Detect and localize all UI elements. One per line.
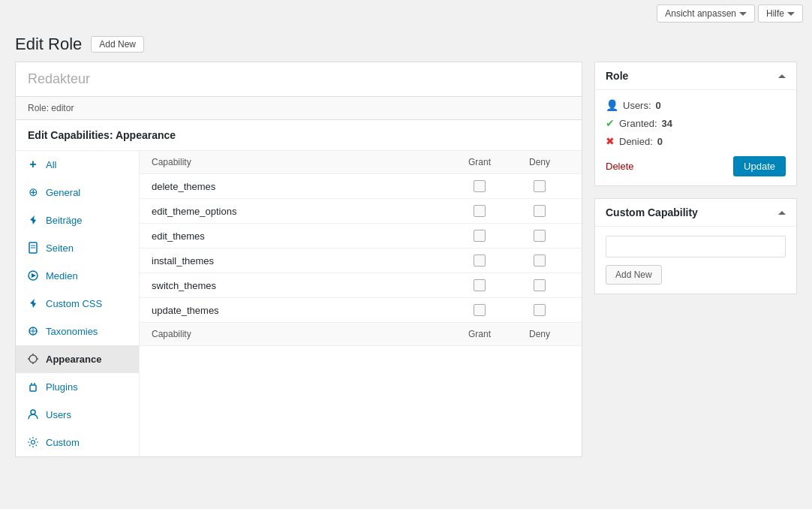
custom-cap-collapse-icon bbox=[778, 211, 786, 215]
table-row: edit_themes bbox=[140, 224, 582, 248]
wp-icon: ⊕ bbox=[26, 185, 40, 199]
table-row: update_themes bbox=[140, 298, 582, 323]
table-row: edit_theme_options bbox=[140, 199, 582, 224]
sidebar-item-label-custom: Custom bbox=[46, 437, 80, 448]
sidebar-item-label-general: General bbox=[46, 187, 80, 198]
col-deny-header: Deny bbox=[510, 157, 570, 167]
add-new-cap-button[interactable]: Add New bbox=[606, 265, 662, 285]
grant-checkbox[interactable] bbox=[474, 254, 486, 267]
grant-cell bbox=[450, 304, 510, 316]
col-capability-header: Capability bbox=[152, 157, 450, 167]
table-row: install_themes bbox=[140, 248, 582, 273]
sidebar-item-custom[interactable]: Custom bbox=[16, 429, 139, 456]
hilfe-chevron-icon bbox=[787, 12, 795, 16]
pin-icon bbox=[26, 213, 40, 227]
sidebar-item-medien[interactable]: Medien bbox=[16, 262, 139, 290]
svg-point-8 bbox=[29, 355, 37, 363]
cap-table: Capability Grant Deny delete_themesedit_… bbox=[140, 151, 582, 456]
page-header: Edit Role Add New bbox=[0, 27, 812, 62]
users-count: 0 bbox=[656, 100, 661, 111]
sidebar-item-all[interactable]: +All bbox=[16, 151, 139, 179]
deny-checkbox[interactable] bbox=[534, 254, 546, 267]
deny-cell bbox=[510, 304, 570, 316]
col-deny-footer: Deny bbox=[510, 329, 570, 339]
grant-checkbox[interactable] bbox=[474, 279, 486, 291]
top-bar: Ansicht anpassen Hilfe bbox=[0, 0, 812, 27]
capabilities-panel: Edit Capabilities: Appearance +All⊕Gener… bbox=[15, 120, 582, 457]
role-meta-collapse-icon bbox=[778, 74, 786, 78]
deny-checkbox[interactable] bbox=[534, 180, 546, 192]
sidebar-item-custom-css[interactable]: Custom CSS bbox=[16, 290, 139, 318]
sidebar-item-label-all: All bbox=[46, 159, 56, 170]
left-panel: Role: editor Edit Capabilities: Appearan… bbox=[15, 62, 582, 457]
deny-cell bbox=[510, 254, 570, 267]
deny-cell bbox=[510, 230, 570, 242]
hilfe-button[interactable]: Hilfe bbox=[758, 5, 803, 23]
cap-table-footer: Capability Grant Deny bbox=[140, 323, 582, 346]
col-grant-header: Grant bbox=[450, 157, 510, 167]
grant-cell bbox=[450, 254, 510, 267]
grant-cell bbox=[450, 230, 510, 242]
role-meta-header[interactable]: Role bbox=[595, 62, 796, 90]
delete-update-row: Delete Update bbox=[606, 156, 786, 176]
ansicht-chevron-icon bbox=[739, 12, 747, 16]
capabilities-heading: Edit Capabilities: Appearance bbox=[16, 120, 582, 151]
gear-icon bbox=[26, 435, 40, 449]
role-meta-body: 👤 Users: 0 ✔ Granted: 34 ✖ Denied: 0 Del… bbox=[595, 90, 796, 185]
delete-link[interactable]: Delete bbox=[606, 161, 634, 172]
granted-count: 34 bbox=[662, 118, 672, 129]
sidebar-item-label-taxonomies: Taxonomies bbox=[46, 326, 98, 337]
add-new-button[interactable]: Add New bbox=[91, 36, 144, 53]
custom-cap-body: Add New bbox=[595, 227, 796, 294]
cap-table-header: Capability Grant Deny bbox=[140, 151, 582, 174]
right-panel: Role 👤 Users: 0 ✔ Granted: 34 ✖ Denied: … bbox=[594, 62, 797, 457]
sidebar-item-label-appearance: Appearance bbox=[46, 354, 101, 365]
svg-point-16 bbox=[31, 410, 35, 414]
sidebar-item-seiten[interactable]: Seiten bbox=[16, 234, 139, 262]
denied-count: 0 bbox=[657, 136, 663, 147]
grant-cell bbox=[450, 205, 510, 217]
ansicht-label: Ansicht anpassen bbox=[665, 8, 736, 19]
custom-cap-input[interactable] bbox=[606, 236, 786, 258]
hilfe-label: Hilfe bbox=[766, 8, 784, 19]
sidebar-item-beitrage[interactable]: Beiträge bbox=[16, 206, 139, 234]
table-row: switch_themes bbox=[140, 273, 582, 298]
deny-checkbox[interactable] bbox=[534, 205, 546, 217]
capability-name: delete_themes bbox=[152, 181, 450, 192]
sidebar-item-taxonomies[interactable]: Taxonomies bbox=[16, 318, 139, 345]
custom-cap-header[interactable]: Custom Capability bbox=[595, 199, 796, 227]
deny-cell bbox=[510, 180, 570, 192]
users-icon bbox=[26, 408, 40, 421]
sidebar-item-users[interactable]: Users bbox=[16, 401, 139, 429]
media-icon bbox=[26, 269, 40, 282]
deny-checkbox[interactable] bbox=[534, 230, 546, 242]
sidebar-item-label-medien: Medien bbox=[46, 270, 78, 282]
sidebar-item-appearance[interactable]: Appearance bbox=[16, 345, 139, 373]
deny-checkbox[interactable] bbox=[534, 279, 546, 291]
grant-checkbox[interactable] bbox=[474, 230, 486, 242]
svg-point-17 bbox=[32, 441, 35, 444]
plugin-icon bbox=[26, 380, 40, 393]
role-name-wrapper bbox=[15, 62, 582, 97]
sidebar-item-general[interactable]: ⊕General bbox=[16, 179, 139, 206]
role-meta-box: Role 👤 Users: 0 ✔ Granted: 34 ✖ Denied: … bbox=[594, 62, 797, 186]
granted-stat: ✔ Granted: 34 bbox=[606, 117, 786, 129]
deny-checkbox[interactable] bbox=[534, 304, 546, 316]
sidebar-item-label-beitrage: Beiträge bbox=[46, 215, 82, 226]
ansicht-anpassen-button[interactable]: Ansicht anpassen bbox=[657, 5, 755, 23]
grant-checkbox[interactable] bbox=[474, 180, 486, 192]
grant-checkbox[interactable] bbox=[474, 205, 486, 217]
sidebar-item-plugins[interactable]: Plugins bbox=[16, 373, 139, 401]
svg-rect-13 bbox=[30, 385, 36, 391]
deny-cell bbox=[510, 205, 570, 217]
page-title: Edit Role bbox=[15, 35, 82, 54]
granted-label: Granted: bbox=[619, 118, 657, 129]
role-meta-heading: Role bbox=[606, 70, 628, 82]
denied-label: Denied: bbox=[619, 136, 653, 147]
update-button[interactable]: Update bbox=[733, 156, 786, 176]
deny-cell bbox=[510, 279, 570, 291]
grant-checkbox[interactable] bbox=[474, 304, 486, 316]
pin-icon bbox=[26, 297, 40, 310]
role-name-input[interactable] bbox=[16, 62, 582, 96]
role-info-bar: Role: editor bbox=[15, 97, 582, 120]
